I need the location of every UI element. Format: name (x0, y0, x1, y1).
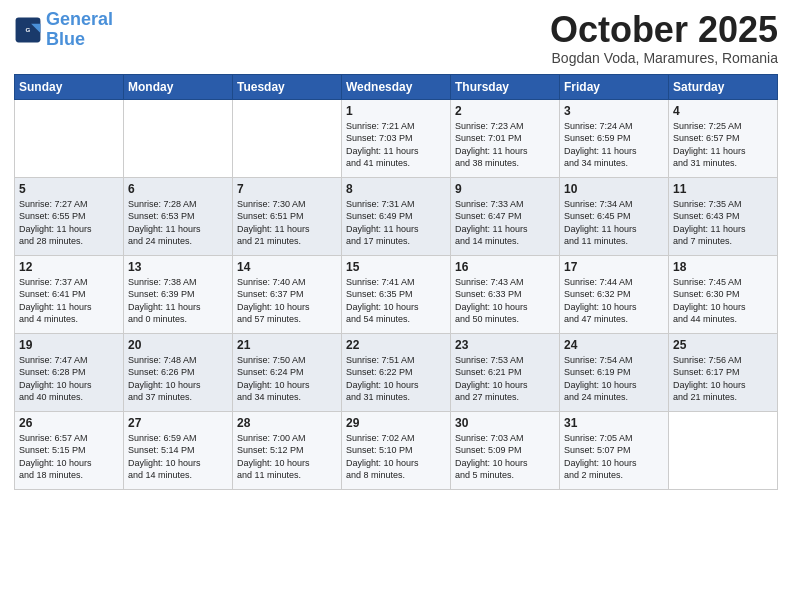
day-number: 26 (19, 416, 119, 430)
day-info: Sunrise: 7:02 AM Sunset: 5:10 PM Dayligh… (346, 432, 446, 482)
svg-text:G: G (26, 25, 31, 32)
calendar-cell: 4Sunrise: 7:25 AM Sunset: 6:57 PM Daylig… (669, 99, 778, 177)
calendar-cell (669, 411, 778, 489)
month-title: October 2025 (550, 10, 778, 50)
day-number: 6 (128, 182, 228, 196)
calendar-cell (15, 99, 124, 177)
day-number: 11 (673, 182, 773, 196)
calendar-cell: 21Sunrise: 7:50 AM Sunset: 6:24 PM Dayli… (233, 333, 342, 411)
day-number: 21 (237, 338, 337, 352)
day-info: Sunrise: 7:37 AM Sunset: 6:41 PM Dayligh… (19, 276, 119, 326)
day-info: Sunrise: 7:44 AM Sunset: 6:32 PM Dayligh… (564, 276, 664, 326)
calendar-cell: 3Sunrise: 7:24 AM Sunset: 6:59 PM Daylig… (560, 99, 669, 177)
day-number: 29 (346, 416, 446, 430)
logo-line2: Blue (46, 29, 85, 49)
logo-line1: General (46, 9, 113, 29)
day-number: 25 (673, 338, 773, 352)
day-number: 14 (237, 260, 337, 274)
week-row-3: 12Sunrise: 7:37 AM Sunset: 6:41 PM Dayli… (15, 255, 778, 333)
day-number: 20 (128, 338, 228, 352)
header: G General Blue October 2025 Bogdan Voda,… (14, 10, 778, 66)
calendar-cell: 14Sunrise: 7:40 AM Sunset: 6:37 PM Dayli… (233, 255, 342, 333)
col-header-saturday: Saturday (669, 74, 778, 99)
day-number: 17 (564, 260, 664, 274)
day-number: 23 (455, 338, 555, 352)
calendar-cell: 27Sunrise: 6:59 AM Sunset: 5:14 PM Dayli… (124, 411, 233, 489)
calendar-cell: 30Sunrise: 7:03 AM Sunset: 5:09 PM Dayli… (451, 411, 560, 489)
calendar-cell: 25Sunrise: 7:56 AM Sunset: 6:17 PM Dayli… (669, 333, 778, 411)
day-info: Sunrise: 6:59 AM Sunset: 5:14 PM Dayligh… (128, 432, 228, 482)
day-number: 3 (564, 104, 664, 118)
calendar-cell: 24Sunrise: 7:54 AM Sunset: 6:19 PM Dayli… (560, 333, 669, 411)
day-info: Sunrise: 7:48 AM Sunset: 6:26 PM Dayligh… (128, 354, 228, 404)
location-subtitle: Bogdan Voda, Maramures, Romania (550, 50, 778, 66)
day-number: 8 (346, 182, 446, 196)
day-number: 16 (455, 260, 555, 274)
logo-icon: G (14, 16, 42, 44)
day-number: 9 (455, 182, 555, 196)
title-block: October 2025 Bogdan Voda, Maramures, Rom… (550, 10, 778, 66)
day-info: Sunrise: 7:28 AM Sunset: 6:53 PM Dayligh… (128, 198, 228, 248)
calendar-cell: 23Sunrise: 7:53 AM Sunset: 6:21 PM Dayli… (451, 333, 560, 411)
col-header-sunday: Sunday (15, 74, 124, 99)
day-number: 7 (237, 182, 337, 196)
week-row-1: 1Sunrise: 7:21 AM Sunset: 7:03 PM Daylig… (15, 99, 778, 177)
day-number: 27 (128, 416, 228, 430)
day-number: 12 (19, 260, 119, 274)
day-info: Sunrise: 7:40 AM Sunset: 6:37 PM Dayligh… (237, 276, 337, 326)
day-info: Sunrise: 6:57 AM Sunset: 5:15 PM Dayligh… (19, 432, 119, 482)
day-info: Sunrise: 7:30 AM Sunset: 6:51 PM Dayligh… (237, 198, 337, 248)
day-info: Sunrise: 7:45 AM Sunset: 6:30 PM Dayligh… (673, 276, 773, 326)
day-info: Sunrise: 7:31 AM Sunset: 6:49 PM Dayligh… (346, 198, 446, 248)
day-info: Sunrise: 7:51 AM Sunset: 6:22 PM Dayligh… (346, 354, 446, 404)
day-number: 30 (455, 416, 555, 430)
day-number: 18 (673, 260, 773, 274)
day-number: 15 (346, 260, 446, 274)
calendar-cell: 12Sunrise: 7:37 AM Sunset: 6:41 PM Dayli… (15, 255, 124, 333)
day-info: Sunrise: 7:03 AM Sunset: 5:09 PM Dayligh… (455, 432, 555, 482)
calendar-cell: 11Sunrise: 7:35 AM Sunset: 6:43 PM Dayli… (669, 177, 778, 255)
calendar-cell: 7Sunrise: 7:30 AM Sunset: 6:51 PM Daylig… (233, 177, 342, 255)
day-number: 22 (346, 338, 446, 352)
day-info: Sunrise: 7:38 AM Sunset: 6:39 PM Dayligh… (128, 276, 228, 326)
calendar-cell: 8Sunrise: 7:31 AM Sunset: 6:49 PM Daylig… (342, 177, 451, 255)
calendar-cell: 17Sunrise: 7:44 AM Sunset: 6:32 PM Dayli… (560, 255, 669, 333)
calendar-cell: 28Sunrise: 7:00 AM Sunset: 5:12 PM Dayli… (233, 411, 342, 489)
col-header-friday: Friday (560, 74, 669, 99)
day-info: Sunrise: 7:43 AM Sunset: 6:33 PM Dayligh… (455, 276, 555, 326)
calendar-cell: 10Sunrise: 7:34 AM Sunset: 6:45 PM Dayli… (560, 177, 669, 255)
day-info: Sunrise: 7:21 AM Sunset: 7:03 PM Dayligh… (346, 120, 446, 170)
col-header-thursday: Thursday (451, 74, 560, 99)
calendar-cell: 20Sunrise: 7:48 AM Sunset: 6:26 PM Dayli… (124, 333, 233, 411)
day-number: 1 (346, 104, 446, 118)
calendar-cell: 31Sunrise: 7:05 AM Sunset: 5:07 PM Dayli… (560, 411, 669, 489)
col-header-monday: Monday (124, 74, 233, 99)
calendar-cell: 2Sunrise: 7:23 AM Sunset: 7:01 PM Daylig… (451, 99, 560, 177)
week-row-2: 5Sunrise: 7:27 AM Sunset: 6:55 PM Daylig… (15, 177, 778, 255)
page-container: G General Blue October 2025 Bogdan Voda,… (0, 0, 792, 612)
day-number: 24 (564, 338, 664, 352)
day-info: Sunrise: 7:47 AM Sunset: 6:28 PM Dayligh… (19, 354, 119, 404)
week-row-5: 26Sunrise: 6:57 AM Sunset: 5:15 PM Dayli… (15, 411, 778, 489)
day-info: Sunrise: 7:56 AM Sunset: 6:17 PM Dayligh… (673, 354, 773, 404)
calendar-cell (233, 99, 342, 177)
day-info: Sunrise: 7:25 AM Sunset: 6:57 PM Dayligh… (673, 120, 773, 170)
day-info: Sunrise: 7:35 AM Sunset: 6:43 PM Dayligh… (673, 198, 773, 248)
calendar-cell: 16Sunrise: 7:43 AM Sunset: 6:33 PM Dayli… (451, 255, 560, 333)
day-info: Sunrise: 7:05 AM Sunset: 5:07 PM Dayligh… (564, 432, 664, 482)
day-header-row: SundayMondayTuesdayWednesdayThursdayFrid… (15, 74, 778, 99)
day-number: 10 (564, 182, 664, 196)
day-info: Sunrise: 7:23 AM Sunset: 7:01 PM Dayligh… (455, 120, 555, 170)
day-info: Sunrise: 7:27 AM Sunset: 6:55 PM Dayligh… (19, 198, 119, 248)
col-header-tuesday: Tuesday (233, 74, 342, 99)
calendar-cell: 9Sunrise: 7:33 AM Sunset: 6:47 PM Daylig… (451, 177, 560, 255)
calendar-cell: 6Sunrise: 7:28 AM Sunset: 6:53 PM Daylig… (124, 177, 233, 255)
col-header-wednesday: Wednesday (342, 74, 451, 99)
calendar-cell: 13Sunrise: 7:38 AM Sunset: 6:39 PM Dayli… (124, 255, 233, 333)
calendar-cell: 22Sunrise: 7:51 AM Sunset: 6:22 PM Dayli… (342, 333, 451, 411)
day-info: Sunrise: 7:00 AM Sunset: 5:12 PM Dayligh… (237, 432, 337, 482)
day-number: 13 (128, 260, 228, 274)
calendar-cell: 15Sunrise: 7:41 AM Sunset: 6:35 PM Dayli… (342, 255, 451, 333)
day-info: Sunrise: 7:33 AM Sunset: 6:47 PM Dayligh… (455, 198, 555, 248)
calendar-table: SundayMondayTuesdayWednesdayThursdayFrid… (14, 74, 778, 490)
